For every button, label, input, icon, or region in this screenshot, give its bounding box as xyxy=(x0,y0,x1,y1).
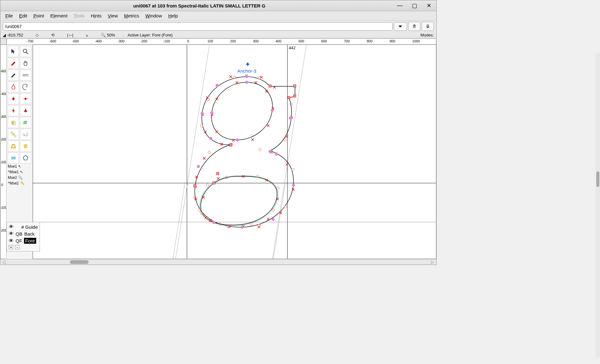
cursor-coords: ◢-810,752 xyxy=(3,33,23,37)
pen-tool[interactable] xyxy=(8,81,19,93)
svg-line-1 xyxy=(26,52,28,54)
menu-edit[interactable]: Edit xyxy=(17,12,30,19)
width-icon: |↔| xyxy=(67,33,73,37)
svg-rect-62 xyxy=(269,85,271,87)
svg-point-36 xyxy=(210,111,213,114)
layer-back[interactable]: 👁 QB Back xyxy=(9,230,38,237)
eye-icon[interactable]: 👁 xyxy=(9,231,14,237)
draw-tool[interactable] xyxy=(8,69,19,81)
menu-file[interactable]: File xyxy=(3,12,15,19)
scale-tool[interactable] xyxy=(8,129,19,140)
scroll-right-icon[interactable]: ▷ xyxy=(429,260,436,265)
scroll-left-icon[interactable]: ◁ xyxy=(0,260,7,265)
svg-rect-65 xyxy=(288,96,290,99)
menu-view[interactable]: View xyxy=(105,12,120,19)
menu-point[interactable]: Point xyxy=(31,12,46,19)
svg-point-30 xyxy=(272,218,275,221)
perspective-tool[interactable] xyxy=(8,141,19,152)
svg-rect-20 xyxy=(11,156,16,159)
svg-point-29 xyxy=(240,226,244,229)
prev-glyph-button[interactable]: ⤊ xyxy=(408,22,420,31)
svg-rect-13 xyxy=(12,121,14,124)
ruler-vertical[interactable]: 500 400 300 200 100 0 100 200 xyxy=(0,45,7,259)
svg-rect-64 xyxy=(293,95,296,97)
freehand-tool[interactable] xyxy=(8,58,19,69)
svg-point-59 xyxy=(272,209,274,211)
close-button[interactable]: ✕ xyxy=(425,2,433,9)
skew-tool[interactable] xyxy=(20,117,31,128)
titlebar: uni0067 at 103 from Spectral-Italic LATI… xyxy=(0,0,436,11)
advance-width-label: 442 xyxy=(289,46,296,50)
svg-rect-68 xyxy=(213,182,215,184)
svg-rect-2 xyxy=(23,74,28,76)
svg-point-0 xyxy=(23,49,27,53)
svg-rect-66 xyxy=(230,144,232,146)
menubar: File Edit Point Element Tools Hints View… xyxy=(0,11,436,21)
svg-point-28 xyxy=(212,221,215,224)
hand-tool[interactable] xyxy=(20,58,31,69)
hv-curve-tool[interactable] xyxy=(20,93,31,104)
curve-point-tool[interactable] xyxy=(8,93,19,104)
angle-icon: ⟁ xyxy=(86,33,88,37)
menu-hints[interactable]: Hints xyxy=(88,12,104,19)
dropdown-button[interactable]: ⏷ xyxy=(394,22,407,31)
svg-point-32 xyxy=(275,152,278,156)
ruler-horizontal[interactable]: -700 -600 -500 -400 -300 -200 -100 0 100… xyxy=(7,38,436,45)
active-layer[interactable]: Active Layer: Fore (Fore) xyxy=(128,33,173,37)
knife-tool[interactable] xyxy=(8,117,19,128)
modes-label: Modes: xyxy=(420,33,434,37)
ctrl-mouse2-label: ^Mse2 📏 xyxy=(8,180,31,186)
add-layer-button[interactable]: + xyxy=(9,245,13,249)
svg-rect-16 xyxy=(11,132,12,133)
minimize-button[interactable]: — xyxy=(395,2,404,9)
flip-tool[interactable] xyxy=(20,129,31,140)
horizontal-scrollbar[interactable]: ◁ ▷ xyxy=(0,259,436,265)
menu-tools: Tools xyxy=(71,12,87,19)
menu-window[interactable]: Window xyxy=(143,12,164,19)
svg-point-55 xyxy=(206,184,209,186)
window-title: uni0067 at 103 from Spectral-Italic LATI… xyxy=(3,3,395,8)
spiro-tool[interactable] xyxy=(20,81,31,93)
anchor-icon[interactable]: ✦ xyxy=(245,60,250,69)
svg-point-42 xyxy=(200,125,203,127)
svg-point-37 xyxy=(236,138,239,141)
menu-element[interactable]: Element xyxy=(48,12,70,19)
pointer-tool[interactable] xyxy=(8,46,19,57)
scroll-thumb[interactable] xyxy=(70,260,89,264)
layer-guide[interactable]: 👁 # Guide xyxy=(9,223,38,230)
corner-point-tool[interactable] xyxy=(8,105,19,116)
snap-icon: ◇ xyxy=(36,33,39,37)
rotate-3d-tool[interactable] xyxy=(20,141,31,152)
magnify-tool[interactable] xyxy=(20,46,31,57)
menu-help[interactable]: Help xyxy=(166,12,181,19)
svg-rect-67 xyxy=(194,184,196,187)
glyph-outline[interactable] xyxy=(180,73,304,238)
menu-metrics[interactable]: Metrics xyxy=(122,12,142,19)
svg-point-44 xyxy=(208,151,210,154)
maximize-button[interactable]: ▢ xyxy=(410,2,419,9)
tangent-point-tool[interactable] xyxy=(20,105,31,116)
svg-rect-63 xyxy=(293,85,296,87)
svg-point-50 xyxy=(292,168,294,171)
zoom-level[interactable]: 🔍 50% xyxy=(101,33,115,37)
mouse2-label: Mse2 🔍 xyxy=(8,175,31,180)
ruler-tool[interactable] xyxy=(20,69,31,81)
polygon-tool[interactable] xyxy=(20,152,31,164)
svg-point-23 xyxy=(201,112,204,115)
eye-icon[interactable]: 👁 xyxy=(9,238,14,244)
layer-fore[interactable]: 👁 QF Fore xyxy=(9,237,38,244)
ruler-corner xyxy=(0,38,7,45)
svg-point-24 xyxy=(209,137,212,140)
glyph-canvas[interactable]: 442 ✦ Anchor-3 xyxy=(33,45,436,259)
eye-icon[interactable]: 👁 xyxy=(9,224,14,230)
svg-point-38 xyxy=(271,109,274,112)
svg-point-22 xyxy=(215,84,219,87)
next-glyph-button[interactable]: ⤋ xyxy=(422,22,434,31)
ctrl-mouse1-label: ^Mse1 ↖ xyxy=(8,169,31,175)
glyph-path-input[interactable] xyxy=(3,22,393,31)
transform-icon: ⟲ xyxy=(51,33,55,37)
svg-point-31 xyxy=(292,184,295,187)
rect-tool[interactable] xyxy=(8,152,19,164)
layers-panel: 👁 # Guide 👁 QB Back 👁 QF Fore +− xyxy=(7,222,40,251)
remove-layer-button[interactable]: − xyxy=(15,245,19,249)
